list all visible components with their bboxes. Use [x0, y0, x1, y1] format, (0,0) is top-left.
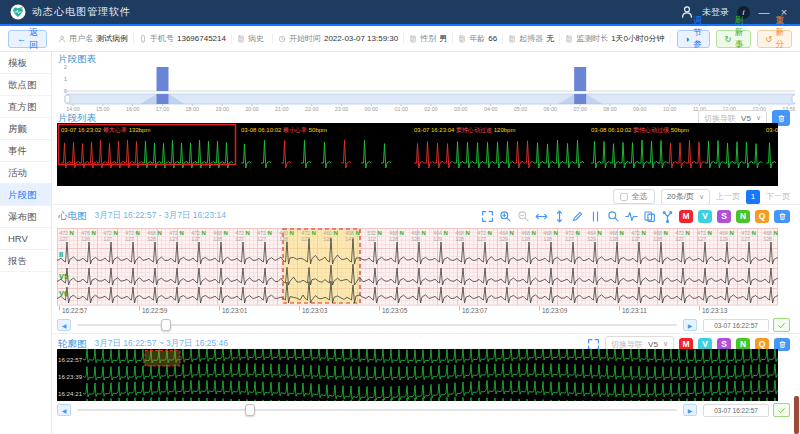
- fullscreen-button[interactable]: [481, 210, 494, 223]
- minimize-button[interactable]: —: [758, 6, 770, 18]
- svg-text:128: 128: [763, 236, 772, 242]
- zoom-out-button[interactable]: [517, 210, 530, 223]
- fragment-chart-canvas[interactable]: 01214:0015:0016:0017:0018:0019:0020:0021…: [57, 64, 795, 112]
- outline-scroll-left-button[interactable]: ◀: [57, 404, 71, 416]
- zoom-in-button[interactable]: [499, 210, 512, 223]
- redo-icon: ↺: [765, 34, 772, 44]
- ecg-scrollbar-thumb[interactable]: [161, 319, 171, 331]
- next-page-button[interactable]: 下一页: [766, 191, 790, 202]
- beat-label-M-button[interactable]: M: [679, 210, 693, 223]
- sidebar-item-scatter[interactable]: 散点图: [0, 74, 51, 96]
- time-tick: 16:23:13: [702, 307, 727, 314]
- beat-label-N-button[interactable]: N: [736, 210, 750, 223]
- svg-text:N: N: [422, 230, 426, 236]
- beat-label-Q-button[interactable]: Q: [755, 210, 769, 223]
- svg-text:112: 112: [368, 236, 376, 242]
- svg-text:127: 127: [235, 236, 244, 242]
- prev-page-button[interactable]: 上一页: [716, 191, 740, 202]
- svg-text:N: N: [70, 230, 74, 236]
- time-tick: 16:23:11: [622, 307, 647, 314]
- caliper-icon: [589, 210, 602, 223]
- pencil-icon: [571, 210, 584, 223]
- svg-text:2: 2: [64, 64, 68, 70]
- search-icon: [607, 210, 620, 223]
- ecg-date-input[interactable]: [703, 319, 769, 332]
- vertical-arrows-icon: [553, 210, 566, 223]
- ecg-delete-button[interactable]: [774, 210, 790, 223]
- horizontal-scale-button[interactable]: [535, 210, 548, 223]
- outline-slider-row: ◀ ▶: [57, 403, 790, 417]
- svg-text:127: 127: [477, 236, 486, 242]
- branch-icon: [661, 210, 674, 223]
- ecg-scrollbar[interactable]: [77, 319, 677, 331]
- adjust-params-button[interactable]: ◑调节参数: [677, 30, 711, 48]
- svg-text:N: N: [532, 230, 536, 236]
- ecg-time-axis: 16:22:57 16:22:59 16:23:01 16:23:03 16:2…: [57, 305, 778, 317]
- main-content: 片段图表 01214:0015:0016:0017:0018:0019:0020…: [52, 52, 800, 434]
- back-button[interactable]: ←返回: [8, 30, 47, 48]
- current-page[interactable]: 1: [746, 190, 760, 204]
- sidebar-item-report[interactable]: 报告: [0, 250, 51, 272]
- outline-scroll-right-button[interactable]: ▶: [683, 404, 697, 416]
- field-pacemaker: 起搏器无: [503, 33, 560, 44]
- sidebar-item-hrv[interactable]: HRV: [0, 228, 51, 250]
- outline-date-input[interactable]: [703, 404, 769, 417]
- sidebar-item-fragments[interactable]: 片段图: [0, 184, 51, 206]
- svg-text:129: 129: [499, 236, 508, 242]
- sidebar-item-histogram[interactable]: 直方图: [0, 96, 51, 118]
- sidebar-item-events[interactable]: 事件: [0, 140, 51, 162]
- sidebar-item-afib[interactable]: 房颤: [0, 118, 51, 140]
- ecg-title: 心电图: [58, 210, 87, 223]
- field-phone: 手机号13696745214: [134, 33, 232, 44]
- svg-text:N: N: [620, 230, 624, 236]
- half-circle-icon: ◑: [685, 34, 690, 44]
- vertical-scale-button[interactable]: [553, 210, 566, 223]
- outline-confirm-button[interactable]: [773, 403, 790, 417]
- time-tick: 16:22:59: [142, 307, 167, 314]
- beat-label-V-button[interactable]: V: [698, 210, 712, 223]
- outline-strip[interactable]: 16:22:5716:23:3916:24:21: [57, 349, 778, 401]
- zoom-in-icon: [499, 210, 512, 223]
- chevron-down-icon: ∨: [699, 193, 704, 201]
- waveform-button[interactable]: [625, 210, 638, 223]
- chevron-down-icon: ∨: [756, 114, 761, 122]
- refresh-events-button[interactable]: ↻刷新事件: [716, 30, 751, 48]
- user-icon: [58, 35, 66, 43]
- svg-text:N: N: [554, 230, 558, 236]
- beat-label-S-button[interactable]: S: [717, 210, 731, 223]
- svg-text:128: 128: [411, 236, 420, 242]
- ecg-scroll-right-button[interactable]: ▶: [683, 319, 697, 331]
- trash-icon: [778, 212, 787, 221]
- fragment-strip[interactable]: 03-07 16:23:02 最大心率 132bpm03-08 06:10:02…: [57, 123, 778, 186]
- edit-button[interactable]: [571, 210, 584, 223]
- caliper-button[interactable]: [589, 210, 602, 223]
- scrollbar-thumb[interactable]: [794, 396, 799, 434]
- svg-text:N: N: [400, 230, 404, 236]
- field-username: 用户名测试病例: [53, 33, 134, 44]
- ecg-paper[interactable]: 472N127476N126472N127472N127468N128472N1…: [57, 228, 778, 305]
- sidebar-item-waterfall[interactable]: 瀑布图: [0, 206, 51, 228]
- outline-scrollbar-thumb[interactable]: [245, 404, 255, 416]
- fragment-list-footer: 全选 20条/页 ∨ 上一页 1 下一页: [613, 189, 790, 204]
- page-size-select[interactable]: 20条/页 ∨: [661, 189, 710, 205]
- svg-text:127: 127: [675, 236, 684, 242]
- sidebar-item-activity[interactable]: 活动: [0, 162, 51, 184]
- svg-text:N: N: [774, 230, 778, 236]
- select-all-checkbox[interactable]: 全选: [613, 189, 655, 204]
- svg-text:N: N: [268, 230, 272, 236]
- ecg-confirm-button[interactable]: [773, 318, 790, 332]
- field-history: 病史: [232, 33, 273, 44]
- copy-button[interactable]: [643, 210, 656, 223]
- ecg-scroll-left-button[interactable]: ◀: [57, 319, 71, 331]
- reanalyze-button[interactable]: ↺重新分析: [757, 30, 792, 48]
- svg-text:N: N: [752, 230, 756, 236]
- field-duration: 监测时长1天0小时0分钟: [560, 33, 670, 44]
- svg-text:N: N: [576, 230, 580, 236]
- branch-button[interactable]: [661, 210, 674, 223]
- outline-scrollbar[interactable]: [77, 404, 677, 416]
- svg-text:16:24:21: 16:24:21: [58, 390, 83, 397]
- trash-icon: [778, 340, 787, 349]
- magnifier-button[interactable]: [607, 210, 620, 223]
- sidebar-item-template[interactable]: 模板: [0, 52, 51, 74]
- svg-text:N: N: [378, 230, 382, 236]
